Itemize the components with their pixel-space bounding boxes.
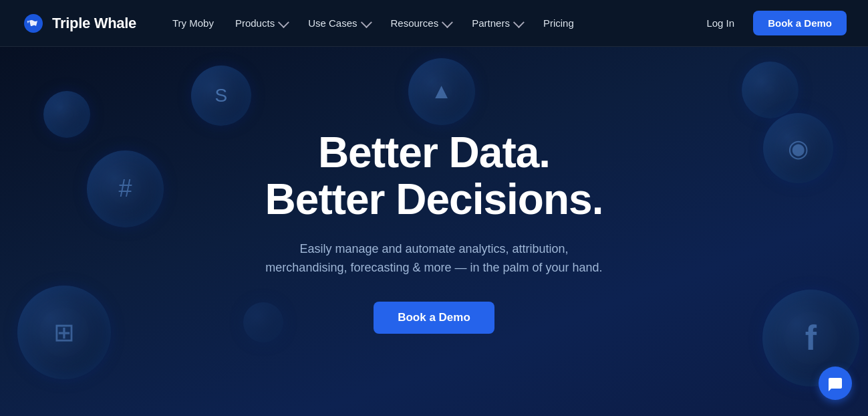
orb-4: #: [87, 150, 164, 227]
orb-5: ⊞: [17, 286, 111, 379]
login-button[interactable]: Log In: [696, 12, 745, 34]
nav-try-moby[interactable]: Try Moby: [163, 12, 223, 34]
chat-bubble-button[interactable]: [819, 367, 852, 400]
nav-partners[interactable]: Partners: [462, 12, 531, 34]
whale-icon: [21, 11, 45, 35]
orb-7: ◉: [763, 113, 833, 183]
orb-8: [43, 91, 90, 138]
orb-2: ▲: [408, 58, 475, 125]
chevron-down-icon: [278, 17, 289, 28]
book-demo-hero-button[interactable]: Book a Demo: [374, 302, 494, 334]
orb-1: S: [191, 66, 251, 126]
chevron-down-icon: [442, 17, 453, 28]
main-nav: Triple Whale Try Moby Products Use Cases…: [0, 0, 868, 47]
nav-right: Log In Book a Demo: [696, 11, 847, 35]
hero-section: S ▲ # ⊞ f ◉ Better Data. Better Decision…: [0, 47, 868, 416]
chat-icon: [827, 375, 843, 391]
hero-content: Better Data. Better Decisions. Easily ma…: [247, 129, 621, 334]
nav-use-cases[interactable]: Use Cases: [299, 12, 378, 34]
orb-3: [742, 62, 799, 118]
logo-link[interactable]: Triple Whale: [21, 11, 136, 35]
book-demo-nav-button[interactable]: Book a Demo: [753, 11, 847, 35]
nav-products[interactable]: Products: [226, 12, 296, 34]
chevron-down-icon: [513, 17, 525, 28]
brand-name: Triple Whale: [52, 15, 136, 32]
nav-pricing[interactable]: Pricing: [534, 12, 583, 34]
nav-resources[interactable]: Resources: [382, 12, 460, 34]
hero-subtitle: Easily manage and automate analytics, at…: [261, 239, 608, 278]
hero-title: Better Data. Better Decisions.: [261, 129, 608, 223]
nav-links: Try Moby Products Use Cases Resources Pa…: [163, 12, 696, 34]
chevron-down-icon: [360, 17, 372, 28]
